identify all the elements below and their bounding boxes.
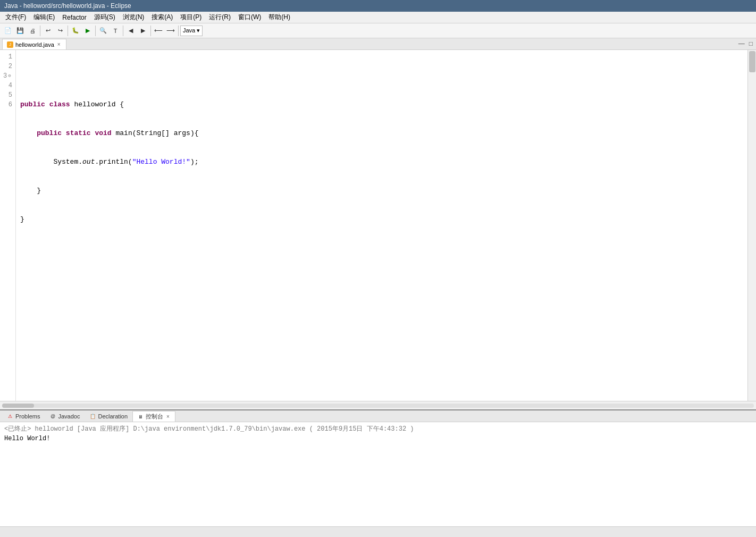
console-output-line: Hello World! xyxy=(4,434,752,443)
problems-icon: ⚠ xyxy=(7,413,13,419)
maximize-editor-icon[interactable]: □ xyxy=(748,40,754,47)
toolbar-sep-1 xyxy=(40,26,40,36)
console-tab-close[interactable]: × xyxy=(165,414,171,419)
bottom-panel: ⚠ Problems @ Javadoc 📋 Declaration 🖥 控制台… xyxy=(0,409,756,526)
tab-declaration[interactable]: 📋 Declaration xyxy=(85,411,132,422)
line-num-4: 4 xyxy=(3,81,12,90)
java-file-icon: J xyxy=(7,41,13,48)
declaration-icon: 📋 xyxy=(89,413,96,419)
line-num-6: 6 xyxy=(3,100,12,110)
toolbar-sep-6 xyxy=(178,26,179,36)
code-line-2: public class helloworld { xyxy=(20,100,743,110)
editor-controls: — □ xyxy=(737,40,754,48)
toolbar-undo[interactable]: ↩ xyxy=(42,25,54,37)
tab-declaration-label: Declaration xyxy=(98,413,128,419)
code-line-6: } xyxy=(20,215,743,224)
code-content[interactable]: public class helloworld { public static … xyxy=(16,50,747,401)
line-num-1: 1 xyxy=(3,52,12,62)
menu-search[interactable]: 搜索(A) xyxy=(148,12,176,23)
editor-tab-label: helloworld.java xyxy=(15,41,54,48)
title-text: Java - helloword/src/helloworld.java - E… xyxy=(4,2,131,10)
tab-console-label: 控制台 xyxy=(146,413,163,421)
menu-run[interactable]: 运行(R) xyxy=(206,12,234,23)
editor-tab-bar: J helloworld.java × — □ xyxy=(0,38,756,50)
toolbar-new[interactable]: 📄 xyxy=(2,25,14,37)
javadoc-icon: @ xyxy=(49,413,56,419)
menu-window[interactable]: 窗口(W) xyxy=(235,12,264,23)
menu-project[interactable]: 项目(P) xyxy=(177,12,205,23)
menu-navigate[interactable]: 浏览(N) xyxy=(120,12,148,23)
toolbar-run[interactable]: ▶ xyxy=(82,25,94,37)
line-numbers: 1 2 3⊖ 4 5 6 xyxy=(0,50,16,401)
menu-bar: 文件(F) 编辑(E) Refactor 源码(S) 浏览(N) 搜索(A) 项… xyxy=(0,12,756,23)
toolbar-perspective[interactable]: Java ▾ xyxy=(180,26,203,36)
toolbar-sep-5 xyxy=(150,26,151,36)
code-line-4: System.out.println("Hello World!"); xyxy=(20,157,743,167)
hscroll-track[interactable] xyxy=(2,404,754,408)
console-icon: 🖥 xyxy=(137,414,144,420)
toolbar-print[interactable]: 🖨 xyxy=(27,25,38,37)
toolbar-debug[interactable]: 🐛 xyxy=(70,25,81,37)
toolbar-prev-edit[interactable]: ◀ xyxy=(125,25,137,37)
toolbar-sep-4 xyxy=(123,26,123,36)
menu-source[interactable]: 源码(S) xyxy=(91,12,119,23)
minimize-editor-icon[interactable]: — xyxy=(737,40,746,47)
code-line-5: } xyxy=(20,186,743,196)
toolbar-redo[interactable]: ↪ xyxy=(54,25,66,37)
line-num-5: 5 xyxy=(3,90,12,100)
menu-help[interactable]: 帮助(H) xyxy=(265,12,293,23)
tab-close-button[interactable]: × xyxy=(56,41,62,47)
bottom-tab-bar: ⚠ Problems @ Javadoc 📋 Declaration 🖥 控制台… xyxy=(0,410,756,422)
tab-problems-label: Problems xyxy=(15,413,40,419)
vscroll-thumb[interactable] xyxy=(749,51,755,72)
editor-vertical-scrollbar[interactable] xyxy=(747,50,756,401)
toolbar-forward[interactable]: ⟶ xyxy=(165,25,177,37)
console-terminated-line: <已终止> helloworld [Java 应用程序] D:\java env… xyxy=(4,424,752,434)
code-line-1 xyxy=(20,71,743,81)
console-output: <已终止> helloworld [Java 应用程序] D:\java env… xyxy=(0,422,756,526)
code-line-3: public static void main(String[] args){ xyxy=(20,129,743,138)
code-editor[interactable]: 1 2 3⊖ 4 5 6 public class helloworld { p… xyxy=(0,50,756,401)
title-bar: Java - helloword/src/helloworld.java - E… xyxy=(0,0,756,12)
tab-console[interactable]: 🖥 控制台 × xyxy=(132,411,175,422)
hscroll-thumb[interactable] xyxy=(2,404,34,408)
line-num-3: 3⊖ xyxy=(3,71,12,81)
tab-problems[interactable]: ⚠ Problems xyxy=(2,411,45,422)
toolbar-search[interactable]: 🔍 xyxy=(97,25,109,37)
editor-area: J helloworld.java × — □ 1 2 3⊖ 4 5 6 pub… xyxy=(0,38,756,526)
menu-edit[interactable]: 编辑(E) xyxy=(30,12,58,23)
toolbar-back[interactable]: ⟵ xyxy=(153,25,164,37)
menu-refactor[interactable]: Refactor xyxy=(59,13,89,22)
menu-file[interactable]: 文件(F) xyxy=(2,12,29,23)
tab-javadoc[interactable]: @ Javadoc xyxy=(45,411,85,422)
toolbar-open-type[interactable]: T xyxy=(110,25,121,37)
toolbar: 📄 💾 🖨 ↩ ↪ 🐛 ▶ 🔍 T ◀ ▶ ⟵ ⟶ Java ▾ xyxy=(0,23,756,38)
status-bar xyxy=(0,526,756,537)
horizontal-scrollbar[interactable] xyxy=(0,401,756,409)
toolbar-next-edit[interactable]: ▶ xyxy=(137,25,149,37)
toolbar-sep-3 xyxy=(95,26,96,36)
tab-javadoc-label: Javadoc xyxy=(58,413,80,419)
toolbar-sep-2 xyxy=(68,26,68,36)
toolbar-save[interactable]: 💾 xyxy=(14,25,26,37)
editor-tab-helloworld[interactable]: J helloworld.java × xyxy=(2,39,66,49)
line-num-2: 2 xyxy=(3,62,12,71)
